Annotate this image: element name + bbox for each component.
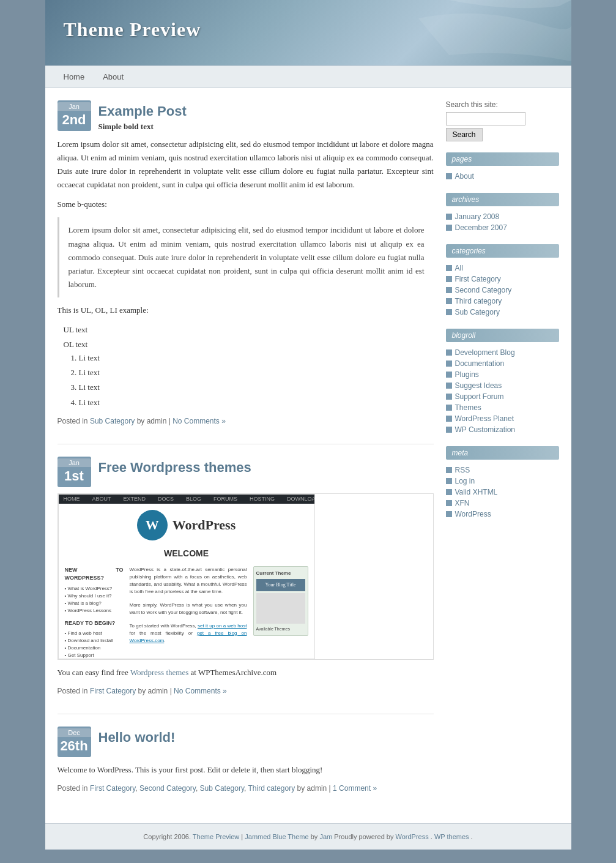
post2-title[interactable]: Free Wordpress themes	[98, 460, 251, 476]
bullet-icon	[446, 372, 452, 378]
post2-content: HOME ABOUT EXTEND DOCS BLOG FORUMS HOSTI…	[58, 493, 434, 679]
archive-item-dec2007[interactable]: December 2007	[446, 222, 559, 233]
meta-rss[interactable]: RSS	[446, 465, 559, 476]
blogroll-wp-planet[interactable]: WordPress Planet	[446, 413, 559, 424]
post3-cat1-link[interactable]: First Category	[90, 784, 135, 793]
li-item-2: Li text	[79, 366, 434, 379]
post1-subtitle: Simple bold text	[98, 122, 187, 132]
footer-wp-link[interactable]: WordPress	[396, 833, 429, 840]
nav-item-home[interactable]: Home	[64, 66, 94, 88]
date-badge-post1: Jan 2nd	[58, 100, 91, 131]
post3-meta: Posted in First Category, Second Categor…	[58, 784, 434, 793]
post3-cat4-link[interactable]: Third category	[248, 784, 295, 793]
categories-section: categories All First Category	[446, 244, 559, 318]
wordpress-themes-link[interactable]: Wordpress themes	[130, 668, 188, 677]
blockquote-label: Some b-quotes:	[58, 198, 434, 211]
search-label: Search this site:	[446, 100, 559, 109]
post3-cat3-link[interactable]: Sub Category	[200, 784, 245, 793]
archives-section: archives January 2008 December 2007	[446, 193, 559, 233]
pages-item-about[interactable]: About	[446, 171, 559, 182]
sidebar: Search this site: Search pages About	[446, 100, 559, 811]
meta-section: meta RSS Log in	[446, 446, 559, 520]
bullet-icon	[446, 478, 452, 484]
post-hello-world: Dec 26th Hello world! Welcome to WordPre…	[58, 727, 434, 793]
bullet-icon	[446, 489, 452, 495]
bullet-icon	[446, 500, 452, 506]
meta-title: meta	[446, 446, 559, 460]
blogroll-title: blogroll	[446, 329, 559, 342]
blogroll-wp-custom[interactable]: WP Customization	[446, 424, 559, 435]
date-badge-post3: Dec 26th	[58, 727, 91, 757]
post1-comments-link[interactable]: No Comments »	[173, 417, 226, 425]
date-month-post3: Dec	[58, 728, 91, 737]
meta-wordpress[interactable]: WordPress	[446, 509, 559, 520]
main-nav: Home About	[45, 65, 571, 88]
bullet-icon	[446, 173, 452, 179]
ol-item: OL text Li text Li text Li text Li text	[64, 338, 434, 409]
blogroll-section: blogroll Development Blog Documentation	[446, 329, 559, 435]
nav-link-about[interactable]: About	[94, 66, 133, 88]
bullet-icon	[446, 298, 452, 304]
footer-jam-link[interactable]: Jam	[319, 833, 332, 840]
bullet-icon	[446, 405, 452, 411]
meta-xhtml[interactable]: Valid XHTML	[446, 487, 559, 498]
post1-category-link[interactable]: Sub Category	[90, 417, 135, 425]
blogroll-docs[interactable]: Documentation	[446, 358, 559, 369]
list-label: This is UL, OL, LI example:	[58, 304, 434, 317]
post2-category-link[interactable]: First Category	[90, 687, 136, 695]
date-day-post1: 2nd	[58, 111, 91, 129]
post-example: Jan 2nd Example Post Simple bold text Lo…	[58, 100, 434, 425]
li-item-4: Li text	[79, 396, 434, 409]
bullet-icon	[446, 309, 452, 315]
bullet-icon	[446, 361, 452, 367]
post1-title[interactable]: Example Post	[98, 103, 187, 119]
bullet-icon	[446, 394, 452, 400]
nav-item-about[interactable]: About	[94, 66, 133, 88]
footer-theme-preview-link[interactable]: Theme Preview	[193, 833, 239, 840]
footer-jammed-link[interactable]: Jammed Blue Theme	[245, 833, 308, 840]
search-button[interactable]: Search	[446, 128, 483, 141]
post3-title[interactable]: Hello world!	[98, 730, 176, 745]
blockquote-text: Lorem ipsum dolor sit amet, consectetur …	[58, 217, 434, 297]
blogroll-plugins[interactable]: Plugins	[446, 369, 559, 380]
cat-item-second[interactable]: Second Category	[446, 285, 559, 296]
bullet-icon	[446, 511, 452, 517]
footer-wp-themes-link[interactable]: WP themes	[434, 833, 469, 840]
bullet-icon	[446, 416, 452, 422]
search-section: Search this site: Search	[446, 100, 559, 141]
main-content: Jan 2nd Example Post Simple bold text Lo…	[58, 100, 446, 811]
date-month-post1: Jan	[58, 102, 91, 111]
archive-item-jan2008[interactable]: January 2008	[446, 211, 559, 222]
post2-comments-link[interactable]: No Comments »	[174, 687, 227, 695]
cat-item-first[interactable]: First Category	[446, 274, 559, 285]
cat-item-sub[interactable]: Sub Category	[446, 307, 559, 318]
site-header: Theme Preview	[45, 0, 571, 65]
post3-cat2-link[interactable]: Second Category	[139, 784, 196, 793]
post2-meta: Posted in First Category by admin | No C…	[58, 687, 434, 695]
cat-item-all[interactable]: All	[446, 263, 559, 274]
meta-login[interactable]: Log in	[446, 476, 559, 487]
blogroll-dev[interactable]: Development Blog	[446, 347, 559, 358]
date-badge-post2: Jan 1st	[58, 457, 91, 487]
post3-comments-link[interactable]: 1 Comment »	[333, 784, 377, 793]
site-title: Theme Preview	[64, 18, 553, 41]
site-footer: Copyright 2006. Theme Preview | Jammed B…	[45, 823, 571, 850]
post2-text: You can easy find free Wordpress themes …	[58, 666, 434, 679]
bullet-icon	[446, 225, 452, 231]
post1-content: Lorem ipsum dolor sit amet, consectetur …	[58, 138, 434, 409]
bullet-icon	[446, 427, 452, 433]
blogroll-themes[interactable]: Themes	[446, 402, 559, 413]
pages-title: pages	[446, 152, 559, 166]
blogroll-support[interactable]: Support Forum	[446, 391, 559, 402]
bullet-icon	[446, 383, 452, 389]
bullet-icon	[446, 276, 452, 282]
nav-link-home[interactable]: Home	[64, 66, 94, 88]
li-item-1: Li text	[79, 351, 434, 365]
archives-title: archives	[446, 193, 559, 206]
li-item-3: Li text	[79, 381, 434, 394]
meta-xfn[interactable]: XFN	[446, 498, 559, 509]
search-input[interactable]	[446, 112, 525, 125]
cat-item-third[interactable]: Third category	[446, 296, 559, 307]
date-month-post2: Jan	[58, 458, 91, 467]
blogroll-suggest[interactable]: Suggest Ideas	[446, 380, 559, 391]
